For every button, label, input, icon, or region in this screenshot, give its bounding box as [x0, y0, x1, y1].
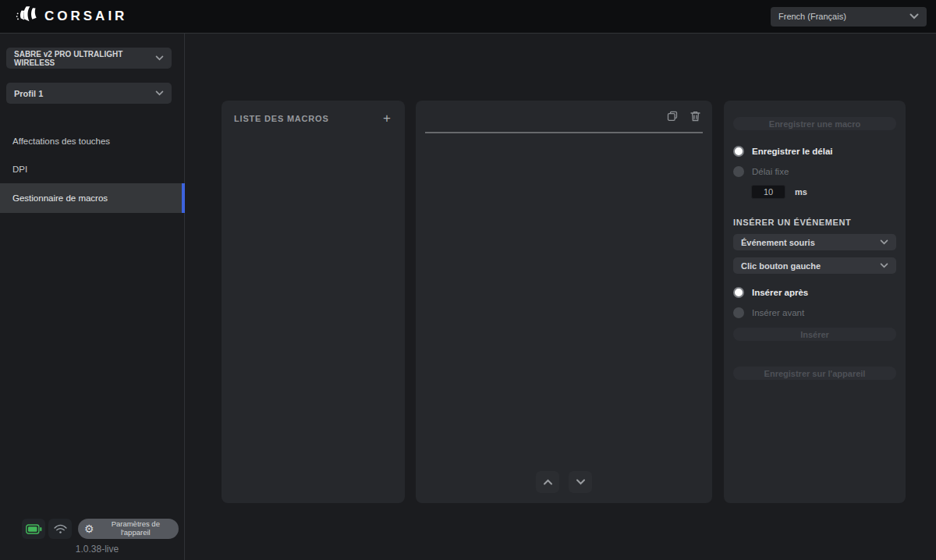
- radio-selected-icon: [733, 146, 744, 157]
- language-select-value: French (Français): [778, 12, 846, 21]
- duplicate-icon[interactable]: [666, 110, 679, 122]
- trash-icon[interactable]: [690, 110, 701, 122]
- move-down-button[interactable]: [569, 471, 592, 493]
- corsair-logo: CORSAIR: [16, 5, 127, 27]
- profile-select-value: Profil 1: [14, 89, 43, 98]
- firmware-version: 1.0.38-live: [22, 544, 172, 555]
- corsair-sails-icon: [16, 5, 39, 27]
- sidebar-item-key-assignments[interactable]: Affectations des touches: [0, 127, 184, 155]
- language-select[interactable]: French (Français): [771, 7, 927, 27]
- save-to-device-button[interactable]: Enregistrer sur l'appareil: [733, 367, 896, 380]
- main-content: LISTE DES MACROS +: [185, 34, 936, 560]
- radio-record-delay[interactable]: Enregistrer le délai: [733, 146, 896, 157]
- event-type-select[interactable]: Événement souris: [733, 234, 896, 250]
- fixed-delay-input[interactable]: [751, 185, 785, 199]
- radio-record-delay-label: Enregistrer le délai: [752, 147, 833, 156]
- device-select-value: SABRE v2 PRO ULTRALIGHT WIRELESS: [14, 50, 155, 67]
- radio-fixed-delay[interactable]: Délai fixe: [733, 166, 896, 177]
- event-type-select-value: Événement souris: [741, 238, 815, 247]
- radio-selected-icon: [733, 287, 744, 298]
- sidebar-item-macro-manager[interactable]: Gestionnaire de macros: [0, 183, 184, 213]
- sidebar-item-dpi[interactable]: DPI: [0, 155, 184, 183]
- macro-list-panel: LISTE DES MACROS +: [222, 101, 405, 503]
- move-up-button[interactable]: [536, 471, 559, 493]
- chevron-down-icon: [155, 90, 164, 96]
- event-action-select-value: Clic bouton gauche: [741, 261, 821, 271]
- sidebar-nav: Affectations des touches DPI Gestionnair…: [0, 127, 184, 213]
- delay-unit-label: ms: [795, 187, 807, 197]
- macro-editor-panel: [416, 101, 712, 503]
- chevron-up-icon: [543, 479, 553, 485]
- record-macro-button[interactable]: Enregistrer une macro: [733, 117, 896, 130]
- chevron-down-icon: [576, 479, 586, 485]
- device-settings-button[interactable]: ⚙ Paramètres de l'appareil: [78, 519, 179, 539]
- profile-select[interactable]: Profil 1: [6, 83, 172, 104]
- chevron-down-icon: [880, 263, 888, 268]
- gear-icon: ⚙: [84, 523, 94, 534]
- editor-divider: [425, 132, 703, 133]
- radio-insert-before[interactable]: Insérer avant: [733, 307, 896, 318]
- macro-controls-panel: Enregistrer une macro Enregistrer le dél…: [724, 101, 906, 503]
- event-action-select[interactable]: Clic bouton gauche: [733, 257, 896, 274]
- radio-unselected-icon: [733, 307, 744, 318]
- radio-fixed-delay-label: Délai fixe: [752, 167, 789, 176]
- radio-insert-after-label: Insérer après: [752, 288, 808, 297]
- battery-status-icon: [22, 519, 45, 539]
- add-macro-button[interactable]: +: [381, 112, 392, 125]
- app-header: CORSAIR French (Français): [0, 0, 936, 34]
- chevron-down-icon: [880, 239, 888, 245]
- device-select[interactable]: SABRE v2 PRO ULTRALIGHT WIRELESS: [6, 48, 172, 69]
- radio-insert-after[interactable]: Insérer après: [733, 287, 896, 298]
- sidebar: SABRE v2 PRO ULTRALIGHT WIRELESS Profil …: [0, 34, 185, 560]
- wireless-status-icon: [48, 519, 72, 539]
- macro-list-title: LISTE DES MACROS: [234, 114, 329, 123]
- device-settings-label: Paramètres de l'appareil: [99, 520, 172, 537]
- chevron-down-icon: [909, 13, 919, 19]
- radio-insert-before-label: Insérer avant: [752, 308, 804, 317]
- radio-unselected-icon: [733, 166, 744, 177]
- brand-name: CORSAIR: [44, 9, 127, 24]
- insert-button[interactable]: Insérer: [733, 328, 896, 341]
- chevron-down-icon: [155, 55, 164, 61]
- insert-event-heading: INSÉRER UN ÉVÉNEMENT: [733, 218, 896, 227]
